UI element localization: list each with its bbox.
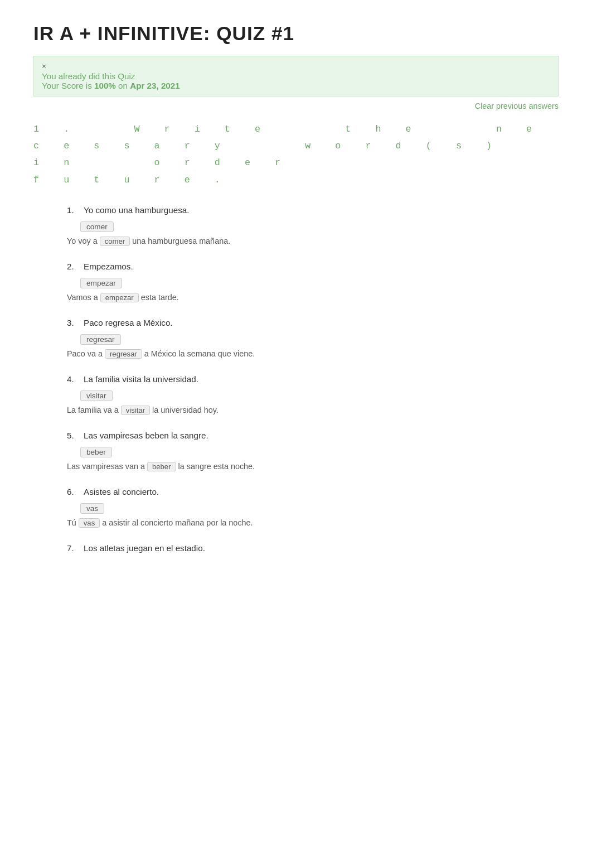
translation-prefix: Vamos a bbox=[67, 293, 98, 302]
clear-previous-answers-button[interactable]: Clear previous answers bbox=[475, 102, 559, 110]
question-sentence: 2.Empezamos. bbox=[67, 262, 559, 271]
answer-chip-row: visitar bbox=[80, 388, 559, 403]
alert-score: Your Score is 100% on Apr 23, 2021 bbox=[42, 81, 550, 90]
question-number: 5. bbox=[67, 431, 80, 440]
question-number: 7. bbox=[67, 543, 80, 553]
alert-box: × You already did this Quiz Your Score i… bbox=[33, 56, 559, 97]
question-item: 2.Empezamos.empezarVamos aempezaresta ta… bbox=[67, 262, 559, 302]
sentence-text: Las vampiresas beben la sangre. bbox=[84, 431, 208, 440]
page-title: IR A + INFINITIVE: QUIZ #1 bbox=[33, 22, 559, 45]
answer-chip: regresar bbox=[80, 334, 121, 345]
translation-row: Túvasa asistir al concierto mañana por l… bbox=[67, 518, 559, 528]
sentence-text: Empezamos. bbox=[84, 262, 133, 271]
question-item: 6.Asistes al concierto.vasTúvasa asistir… bbox=[67, 487, 559, 528]
question-sentence: 1.Yo como una hamburguesa. bbox=[67, 205, 559, 215]
translation-row: Las vampiresas van abeberla sangre esta … bbox=[67, 462, 559, 471]
question-item: 7.Los atletas juegan en el estadio. bbox=[67, 543, 559, 553]
question-header: 1 . W r i t e t h e n e c e s s a r y w … bbox=[33, 121, 559, 189]
translation-suffix: a asistir al concierto mañana por la noc… bbox=[102, 518, 253, 527]
translation-row: Yo voy acomeruna hamburguesa mañana. bbox=[67, 237, 559, 246]
answer-chip-row: empezar bbox=[80, 276, 559, 291]
translation-prefix: La familia va a bbox=[67, 406, 119, 414]
answer-chip-row: comer bbox=[80, 219, 559, 234]
score-mid: on bbox=[116, 81, 130, 90]
answer-chip: visitar bbox=[80, 390, 113, 401]
alert-close-icon[interactable]: × bbox=[42, 62, 550, 70]
question-sentence: 3.Paco regresa a México. bbox=[67, 318, 559, 327]
answer-chip-row: beber bbox=[80, 445, 559, 460]
answer-chip-inline: beber bbox=[147, 462, 176, 471]
translation-suffix: a México la semana que viene. bbox=[144, 349, 255, 358]
question-sentence: 4.La familia visita la universidad. bbox=[67, 374, 559, 384]
question-item: 5.Las vampiresas beben la sangre.beberLa… bbox=[67, 431, 559, 471]
translation-suffix: una hamburguesa mañana. bbox=[132, 237, 230, 245]
translation-row: La familia va avisitarla universidad hoy… bbox=[67, 406, 559, 415]
sentence-text: Los atletas juegan en el estadio. bbox=[84, 543, 205, 553]
question-number: 3. bbox=[67, 318, 80, 327]
score-date: Apr 23, 2021 bbox=[130, 81, 180, 90]
question-instruction: 1 . W r i t e t h e n e c e s s a r y w … bbox=[33, 124, 556, 185]
question-number: 2. bbox=[67, 262, 80, 271]
question-item: 4.La familia visita la universidad.visit… bbox=[67, 374, 559, 415]
answer-chip-row: regresar bbox=[80, 332, 559, 347]
translation-prefix: Paco va a bbox=[67, 349, 103, 358]
answer-chip-inline: comer bbox=[100, 237, 130, 246]
answer-chip: vas bbox=[80, 503, 104, 514]
translation-prefix: Las vampiresas van a bbox=[67, 462, 145, 471]
question-item: 3.Paco regresa a México.regresarPaco va … bbox=[67, 318, 559, 359]
translation-prefix: Yo voy a bbox=[67, 237, 98, 245]
question-sentence: 7.Los atletas juegan en el estadio. bbox=[67, 543, 559, 553]
answer-chip-inline: regresar bbox=[105, 349, 142, 359]
answer-chip-inline: vas bbox=[79, 518, 100, 528]
answer-chip: empezar bbox=[80, 278, 122, 288]
answer-chip: comer bbox=[80, 221, 114, 232]
question-number: 4. bbox=[67, 374, 80, 384]
sentence-text: Asistes al concierto. bbox=[84, 487, 159, 496]
alert-already-text: You already did this Quiz bbox=[42, 71, 550, 81]
translation-suffix: esta tarde. bbox=[141, 293, 179, 302]
sentence-text: Yo como una hamburguesa. bbox=[84, 205, 189, 215]
question-number: 1. bbox=[67, 205, 80, 215]
question-list: 1.Yo como una hamburguesa.comerYo voy ac… bbox=[67, 205, 559, 553]
score-prefix: Your Score is bbox=[42, 81, 94, 90]
question-number: 6. bbox=[67, 487, 80, 496]
sentence-text: La familia visita la universidad. bbox=[84, 374, 198, 384]
answer-chip-inline: visitar bbox=[121, 406, 150, 415]
translation-suffix: la sangre esta noche. bbox=[178, 462, 255, 471]
question-item: 1.Yo como una hamburguesa.comerYo voy ac… bbox=[67, 205, 559, 246]
answer-chip-inline: empezar bbox=[100, 293, 139, 302]
question-sentence: 5.Las vampiresas beben la sangre. bbox=[67, 431, 559, 440]
answer-chip: beber bbox=[80, 447, 112, 457]
question-sentence: 6.Asistes al concierto. bbox=[67, 487, 559, 496]
score-value: 100% bbox=[94, 81, 116, 90]
answer-chip-row: vas bbox=[80, 501, 559, 516]
sentence-text: Paco regresa a México. bbox=[84, 318, 173, 327]
translation-row: Vamos aempezaresta tarde. bbox=[67, 293, 559, 302]
translation-suffix: la universidad hoy. bbox=[152, 406, 219, 414]
clear-answers-row: Clear previous answers bbox=[33, 101, 559, 111]
translation-prefix: Tú bbox=[67, 518, 76, 527]
translation-row: Paco va aregresara México la semana que … bbox=[67, 349, 559, 359]
